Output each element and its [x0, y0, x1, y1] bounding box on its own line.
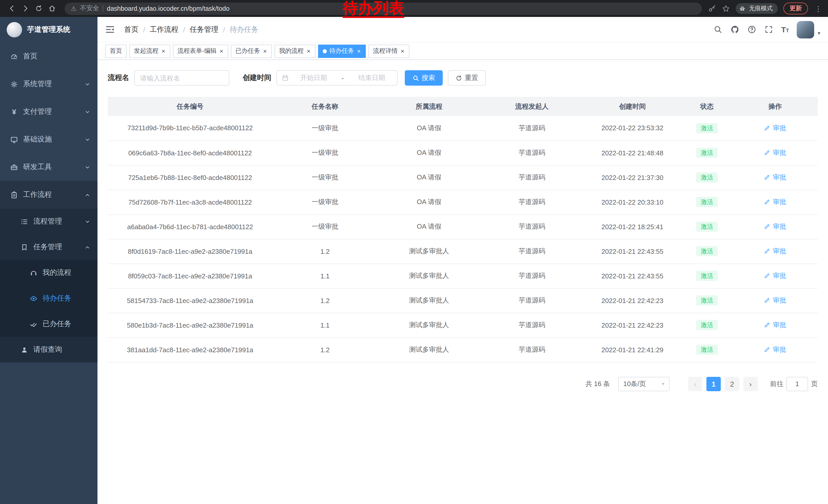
clipboard-icon	[10, 191, 18, 199]
search-button[interactable]: 搜索	[405, 70, 443, 86]
prev-page-button[interactable]: ‹	[688, 377, 702, 391]
approve-link[interactable]: 审批	[764, 148, 786, 157]
browser-back-button[interactable]	[5, 2, 18, 15]
help-icon[interactable]	[747, 25, 756, 34]
tab-1[interactable]: 发起流程×	[129, 44, 170, 58]
tab-0[interactable]: 首页	[105, 44, 127, 58]
sidebar-item-my-process[interactable]: 我的流程	[0, 260, 97, 286]
navbar-right: TT ▾	[713, 21, 820, 38]
chevron-down-icon	[85, 137, 90, 142]
tab-close-icon[interactable]: ×	[357, 48, 361, 54]
approve-link[interactable]: 审批	[764, 222, 786, 231]
not-secure-label: 不安全	[80, 4, 99, 13]
page-content: 流程名 创建时间 开始日期 - 结束日期 搜索 重	[97, 60, 828, 504]
sidebar-item-done-tasks[interactable]: 已办任务	[0, 311, 97, 337]
tab-2[interactable]: 流程表单-编辑×	[173, 44, 228, 58]
sidebar-item-home[interactable]: 首页	[0, 43, 97, 70]
browser-forward-button[interactable]	[18, 2, 32, 15]
address-bar[interactable]: ⚠ 不安全 dashboard.yudao.iocoder.cn/bpm/tas…	[65, 2, 702, 15]
cell-process: OA 请假	[378, 214, 481, 239]
headset-icon	[30, 269, 37, 277]
cell-starter: 芋道源码	[481, 239, 583, 264]
approve-link[interactable]: 审批	[764, 320, 786, 330]
table-row: 58154733-7ac8-11ec-a9e2-a2380e71991a 1.2…	[108, 288, 818, 313]
cell-process: OA 请假	[378, 140, 481, 165]
browser-chrome: ⚠ 不安全 dashboard.yudao.iocoder.cn/bpm/tas…	[0, 0, 828, 17]
github-icon[interactable]	[730, 25, 740, 34]
sidebar-item-leave-query[interactable]: 请假查询	[0, 337, 97, 363]
browser-update-button[interactable]: 更新	[783, 3, 808, 14]
page-button-2[interactable]: 2	[725, 377, 739, 391]
double-check-icon	[30, 320, 37, 328]
approve-link[interactable]: 审批	[764, 271, 786, 280]
password-key-icon[interactable]	[708, 4, 716, 12]
avatar-caret-icon: ▾	[818, 30, 820, 36]
sidebar-item-workflow[interactable]: 工作流程	[0, 181, 97, 209]
browser-home-button[interactable]	[45, 2, 58, 15]
approve-link[interactable]: 审批	[764, 246, 786, 256]
tab-4[interactable]: 我的流程×	[275, 44, 316, 58]
tab-5[interactable]: 待办任务×	[318, 44, 366, 58]
avatar[interactable]	[797, 21, 814, 38]
tab-close-icon[interactable]: ×	[306, 48, 311, 54]
breadcrumb-item[interactable]: 首页	[124, 25, 138, 34]
search-icon[interactable]	[713, 25, 722, 34]
next-page-button[interactable]: ›	[743, 377, 758, 391]
status-badge: 激活	[696, 222, 718, 232]
pencil-icon	[764, 346, 771, 353]
approve-link[interactable]: 审批	[764, 123, 786, 133]
column-status: 状态	[681, 97, 732, 116]
tab-close-icon[interactable]: ×	[400, 48, 405, 54]
tab-3[interactable]: 已办任务×	[231, 44, 272, 58]
app-logo[interactable]: 芋道管理系统	[0, 17, 97, 43]
page-button-1[interactable]: 1	[706, 377, 721, 391]
tab-close-icon[interactable]: ×	[263, 48, 267, 54]
tab-label: 待办任务	[329, 47, 354, 55]
sidebar-item-todo-tasks[interactable]: 待办任务	[0, 286, 97, 311]
dashboard-icon	[10, 53, 18, 60]
sidebar-item-process-management[interactable]: 流程管理	[0, 209, 97, 234]
reset-button[interactable]: 重置	[448, 70, 486, 86]
cell-action: 审批	[733, 214, 818, 239]
process-name-input[interactable]	[134, 70, 229, 86]
process-name-label: 流程名	[108, 73, 129, 83]
list-icon	[20, 218, 28, 225]
cell-create-time: 2022-01-21 22:42:23	[584, 288, 681, 313]
breadcrumb-item[interactable]: 任务管理	[190, 25, 218, 34]
tab-close-icon[interactable]: ×	[161, 48, 166, 54]
approve-link[interactable]: 审批	[764, 296, 786, 305]
browser-reload-button[interactable]	[32, 2, 45, 15]
font-size-icon[interactable]: TT	[781, 26, 789, 33]
sidebar-item-infrastructure[interactable]: 基础设施	[0, 126, 97, 153]
breadcrumb-item[interactable]: 工作流程	[150, 25, 178, 34]
goto-page-input[interactable]	[786, 377, 808, 391]
approve-link[interactable]: 审批	[764, 345, 786, 354]
omnibox-divider	[103, 5, 104, 12]
sidebar-item-system[interactable]: 系统管理	[0, 70, 97, 98]
tab-6[interactable]: 流程详情×	[368, 44, 409, 58]
tab-close-icon[interactable]: ×	[219, 48, 224, 54]
sidebar-toggle-button[interactable]	[105, 24, 117, 35]
sidebar-item-dev-tools[interactable]: 研发工具	[0, 153, 97, 181]
table-row: 069c6a63-7b8a-11ec-8ef0-acde48001122 一级审…	[108, 140, 818, 165]
bookmark-star-icon[interactable]	[722, 4, 730, 12]
not-secure-warning-icon: ⚠	[71, 5, 76, 12]
user-icon	[20, 346, 28, 354]
tab-label: 流程表单-编辑	[177, 47, 216, 55]
breadcrumb-item-current: 待办任务	[230, 25, 258, 34]
sidebar-item-task-management[interactable]: 任务管理	[0, 234, 97, 260]
browser-menu-icon[interactable]: ⋮	[814, 4, 823, 12]
cell-action: 审批	[733, 165, 818, 190]
chevron-down-icon	[85, 109, 90, 114]
cell-starter: 芋道源码	[481, 116, 583, 140]
sidebar-item-payment[interactable]: ¥ 支付管理	[0, 98, 97, 126]
cell-process: OA 请假	[378, 116, 481, 140]
date-range-input[interactable]: 开始日期 - 结束日期	[277, 70, 398, 86]
page-size-select[interactable]: 10条/页 ▾	[618, 377, 669, 391]
fullscreen-icon[interactable]	[764, 25, 773, 34]
approve-link[interactable]: 审批	[764, 197, 786, 207]
sidebar-item-label: 首页	[23, 52, 37, 61]
sidebar-item-label: 我的流程	[43, 268, 71, 277]
approve-link[interactable]: 审批	[764, 173, 786, 182]
cell-task-name: 一级审批	[273, 190, 378, 214]
